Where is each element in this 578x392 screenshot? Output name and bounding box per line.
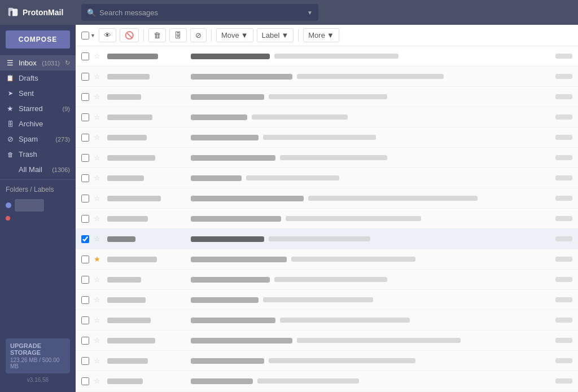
email-row[interactable]: ☆ [76, 188, 578, 209]
refresh-icon[interactable]: ↻ [65, 59, 70, 67]
row-star-icon[interactable]: ☆ [94, 214, 103, 223]
email-row[interactable]: ☆ [76, 290, 578, 310]
email-row[interactable]: ☆ [76, 270, 578, 290]
sent-label: Sent [19, 89, 70, 98]
unread-button[interactable]: 🚫 [120, 28, 139, 42]
row-star-icon[interactable]: ☆ [94, 336, 103, 345]
row-checkbox[interactable] [81, 256, 89, 263]
row-star-icon[interactable]: ☆ [94, 93, 103, 101]
email-row[interactable]: ☆ [76, 209, 578, 229]
search-dropdown-icon[interactable]: ▼ [307, 10, 313, 16]
logo: ProtonMail [7, 6, 75, 19]
sidebar-item-allmail[interactable]: All Mail (1306) [0, 162, 76, 177]
select-all-checkbox[interactable] [81, 32, 89, 39]
email-row[interactable]: ☆ [76, 127, 578, 148]
email-row[interactable]: ☆ [76, 229, 578, 249]
row-checkbox[interactable] [81, 337, 89, 345]
folder-item[interactable] [0, 197, 76, 214]
row-body [191, 257, 545, 262]
row-checkbox[interactable] [81, 52, 89, 60]
folders-labels-section[interactable]: Folders / Labels [0, 182, 76, 197]
sidebar-item-spam[interactable]: ⊘ Spam (273) [0, 131, 76, 147]
row-star-icon[interactable]: ☆ [94, 133, 103, 142]
row-checkbox[interactable] [81, 73, 89, 81]
row-checkbox[interactable] [81, 195, 89, 202]
row-checkbox[interactable] [81, 93, 89, 101]
row-body [191, 236, 545, 242]
move-button[interactable]: Move ▼ [216, 28, 253, 42]
sidebar-item-inbox[interactable]: ☰ Inbox (1031) ↻ [0, 55, 76, 71]
sidebar-divider [0, 179, 76, 180]
sidebar-item-drafts[interactable]: 📋 Drafts [0, 71, 76, 86]
read-button[interactable]: 👁 [99, 28, 116, 42]
row-sender [107, 135, 186, 140]
row-checkbox[interactable] [81, 377, 89, 385]
row-checkbox[interactable] [81, 154, 89, 162]
row-star-icon[interactable]: ☆ [94, 194, 103, 202]
row-star-icon[interactable]: ☆ [94, 296, 103, 304]
row-sender [107, 338, 186, 343]
label-button[interactable]: Label ▼ [257, 28, 294, 42]
email-row[interactable]: ☆ [76, 46, 578, 67]
row-star-icon[interactable]: ☆ [94, 275, 103, 284]
row-body [191, 216, 545, 222]
row-checkbox[interactable] [81, 357, 89, 365]
more-button[interactable]: More ▼ [303, 28, 339, 42]
row-time [550, 216, 572, 221]
email-row[interactable]: ☆ [76, 351, 578, 371]
sidebar-item-trash[interactable]: 🗑 Trash [0, 147, 76, 162]
row-star-icon[interactable]: ☆ [94, 174, 103, 182]
content-area: ▼ 👁 🚫 🗑 🗄 ⊘ Move ▼ [76, 25, 578, 392]
row-checkbox[interactable] [81, 215, 89, 223]
row-star-icon[interactable]: ☆ [94, 235, 103, 243]
select-all-area[interactable]: ▼ [81, 32, 95, 39]
select-dropdown-icon[interactable]: ▼ [90, 33, 95, 38]
spam-button[interactable]: ⊘ [190, 28, 207, 42]
delete-icon: 🗑 [154, 31, 161, 39]
delete-button[interactable]: 🗑 [148, 28, 166, 42]
row-sender [107, 277, 186, 283]
row-time [550, 297, 572, 302]
row-star-icon[interactable]: ☆ [94, 356, 103, 365]
email-row[interactable]: ☆ [76, 87, 578, 107]
drafts-label: Drafts [19, 74, 70, 82]
row-star-icon[interactable]: ☆ [94, 72, 103, 81]
email-row[interactable]: ☆ [76, 371, 578, 391]
row-checkbox[interactable] [81, 134, 89, 142]
read-icon: 👁 [104, 31, 111, 39]
row-star-icon[interactable]: ☆ [94, 377, 103, 385]
row-star-icon[interactable]: ☆ [94, 113, 103, 121]
email-row[interactable]: ☆ [76, 310, 578, 331]
archive-button[interactable]: 🗄 [169, 28, 187, 42]
search-bar[interactable]: 🔍 ▼ [81, 4, 318, 21]
row-star-icon[interactable]: ☆ [94, 316, 103, 324]
row-checkbox[interactable] [81, 113, 89, 121]
row-checkbox[interactable] [81, 316, 89, 324]
row-checkbox[interactable] [81, 276, 89, 284]
row-star-icon[interactable]: ☆ [94, 52, 103, 60]
sidebar-item-starred[interactable]: ★ Starred (9) [0, 101, 76, 116]
email-row[interactable]: ★ [76, 249, 578, 270]
row-body [191, 297, 545, 303]
row-star-icon[interactable]: ☆ [94, 153, 103, 162]
row-time [550, 114, 572, 120]
row-time [550, 196, 572, 201]
compose-button[interactable]: COMPOSE [6, 30, 70, 49]
toolbar: ▼ 👁 🚫 🗑 🗄 ⊘ Move ▼ [76, 25, 578, 46]
label-item[interactable] [0, 214, 76, 223]
row-checkbox[interactable] [81, 296, 89, 304]
email-row[interactable]: ☆ [76, 331, 578, 351]
search-input[interactable] [99, 8, 304, 17]
email-row[interactable]: ☆ [76, 67, 578, 87]
sidebar-item-archive[interactable]: 🗄 Archive [0, 116, 76, 131]
row-body [191, 277, 545, 283]
email-row[interactable]: ☆ [76, 148, 578, 168]
email-row[interactable]: ☆ [76, 168, 578, 188]
upgrade-storage-button[interactable]: UPGRADE STORAGE 123.26 MB / 500.00 MB [6, 338, 70, 373]
row-star-icon[interactable]: ★ [94, 255, 103, 263]
label-chevron-icon: ▼ [281, 31, 288, 39]
sidebar-item-sent[interactable]: ➤ Sent [0, 86, 76, 101]
email-row[interactable]: ☆ [76, 107, 578, 127]
row-checkbox[interactable] [81, 174, 89, 182]
row-checkbox[interactable] [81, 235, 89, 243]
